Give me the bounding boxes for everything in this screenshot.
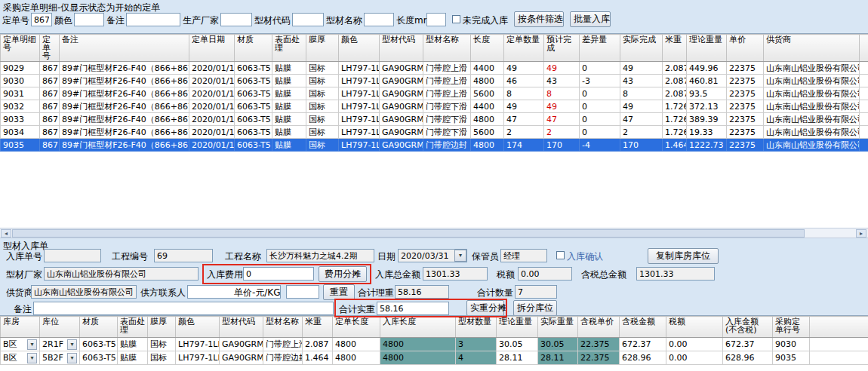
grid-cell[interactable]: GA90GRM03 <box>380 62 423 75</box>
grid-cell[interactable]: 867 <box>40 62 60 75</box>
grid-cell[interactable]: 628.96 <box>723 351 773 365</box>
grid-cell[interactable]: 1.464 <box>663 139 687 152</box>
grid-cell[interactable]: 6063-T5 <box>80 351 118 365</box>
grid-cell[interactable]: GA90GRM04 <box>380 100 423 113</box>
unit-price-input[interactable] <box>286 285 319 299</box>
grid-cell[interactable]: 89#门框型材F26-F40（866+867） <box>60 100 189 113</box>
grid-cell[interactable]: 门带腔上滑 <box>263 338 303 351</box>
remark-input[interactable] <box>33 302 334 315</box>
grid-cell[interactable]: 2.087 <box>303 338 333 351</box>
grid-cell[interactable]: 山东南山铝业股份有限公司 <box>764 87 860 100</box>
grid-cell[interactable]: 国标 <box>306 75 339 87</box>
grid-cell[interactable]: 门带腔上滑 <box>423 62 471 75</box>
grid-cell[interactable]: 9035 <box>773 351 810 365</box>
batch-inbound-button[interactable]: 批量入库 <box>570 11 611 27</box>
tax-input[interactable] <box>518 267 572 281</box>
grid-cell[interactable]: 43 <box>544 75 580 87</box>
total-actual-input[interactable] <box>377 302 449 315</box>
grid-cell[interactable]: 2 <box>504 126 544 139</box>
grid-cell[interactable]: 1.726 <box>663 100 687 113</box>
grid-cell[interactable]: 174 <box>504 139 544 152</box>
grid-cell[interactable]: 9032 <box>1 100 40 113</box>
grid-cell[interactable]: 2.087 <box>663 62 687 75</box>
grid-cell[interactable] <box>860 113 868 126</box>
grid-cell[interactable]: 49 <box>620 100 663 113</box>
grid-row[interactable]: 903086789#门框型材F26-F40（866+867）2020/01/13… <box>1 75 868 87</box>
grid-cell[interactable]: 4800 <box>380 338 456 351</box>
grid-cell[interactable]: 47 <box>504 113 544 126</box>
grid-cell[interactable]: 460.81 <box>687 75 727 87</box>
grid-cell[interactable]: 867 <box>40 126 60 139</box>
grid-cell[interactable]: LH797-1LL0 <box>339 75 380 87</box>
grid-cell[interactable]: 1222.73 <box>687 139 727 152</box>
grid-cell[interactable]: GA90GRM05 <box>220 351 263 365</box>
grid-cell[interactable]: 山东南山铝业股份有限公司 <box>764 113 860 126</box>
grid-cell[interactable]: 贴膜 <box>272 100 306 113</box>
grid-cell[interactable]: 4400 <box>471 62 504 75</box>
grid-cell[interactable]: 山东南山铝业股份有限公司 <box>764 126 860 139</box>
dropdown-arrow-icon[interactable]: ▾ <box>67 339 77 350</box>
grid-cell[interactable]: GA90GRM03 <box>380 75 423 87</box>
grid-row[interactable]: 903486789#门框型材F26-F40（866+867）2020/01/13… <box>1 126 868 139</box>
dropdown-arrow-icon[interactable]: ▾ <box>27 339 37 350</box>
grid-cell[interactable]: 89#门框型材F26-F40（866+867） <box>60 75 189 87</box>
reset-button[interactable]: 重置 <box>323 284 355 300</box>
grid-cell[interactable]: 49 <box>544 100 580 113</box>
grid-cell[interactable]: 门带腔下滑 <box>423 100 471 113</box>
grid-cell[interactable]: 2020/01/13 <box>189 126 235 139</box>
receipt-no-input[interactable] <box>44 249 101 262</box>
grid-cell[interactable]: LH797-1LL0 <box>339 100 380 113</box>
grid-cell[interactable]: ▾5B2F <box>40 351 80 365</box>
filter-length-input[interactable] <box>426 13 446 26</box>
grid-cell[interactable] <box>860 75 868 87</box>
grid-cell[interactable]: 22375 <box>727 126 764 139</box>
project-no-input[interactable] <box>154 249 213 262</box>
total-amount-input[interactable] <box>423 267 488 281</box>
grid-cell[interactable]: 3 <box>456 338 497 351</box>
grid-cell[interactable]: GA90GRM05 <box>380 139 423 152</box>
grid-cell[interactable]: 449.96 <box>687 62 727 75</box>
grid-cell[interactable]: 9030 <box>1 75 40 87</box>
filter-profile-code-input[interactable] <box>292 13 324 26</box>
grid-cell[interactable]: LH797-1LL0 <box>339 139 380 152</box>
grid-cell[interactable]: 门带腔上滑 <box>423 87 471 100</box>
grid-cell[interactable]: 0 <box>580 62 620 75</box>
grid-cell[interactable]: 672.37 <box>723 338 773 351</box>
grid-cell[interactable]: 2020/01/13 <box>189 100 235 113</box>
grid-cell[interactable]: 0.00 <box>666 338 723 351</box>
grid-cell[interactable]: 山东南山铝业股份有限公司 <box>764 75 860 87</box>
grid-cell[interactable] <box>860 62 868 75</box>
grid-cell[interactable]: 22375 <box>727 75 764 87</box>
dropdown-arrow-icon[interactable]: ▾ <box>67 353 77 363</box>
grid-cell[interactable]: 372.13 <box>687 100 727 113</box>
grid-cell[interactable]: GA90GRM04 <box>380 126 423 139</box>
filter-color-input[interactable] <box>74 13 104 26</box>
date-dropdown-icon[interactable]: ▾ <box>454 250 466 262</box>
grid-cell[interactable]: 6063-T5 <box>235 113 272 126</box>
grid-cell[interactable]: 22.375 <box>578 351 620 365</box>
grid-cell[interactable]: 4800 <box>380 351 456 365</box>
grid-cell[interactable]: 9034 <box>1 126 40 139</box>
grid-row[interactable]: ▾B区▾5B2F6063-T5贴膜国标LH797-1LL0GA90GRM05门带… <box>1 351 868 365</box>
unfinished-checkbox[interactable] <box>452 15 460 23</box>
grid-cell[interactable]: 贴膜 <box>272 126 306 139</box>
grid-cell[interactable]: 89#门框型材F26-F40（866+867） <box>60 87 189 100</box>
grid-cell[interactable]: 628.96 <box>620 351 666 365</box>
scroll-right-icon[interactable]: ▸ <box>856 229 866 238</box>
inbound-confirm-checkbox[interactable] <box>556 251 565 259</box>
grid-cell[interactable]: 9031 <box>1 87 40 100</box>
grid-cell[interactable]: 国标 <box>306 87 339 100</box>
grid-cell[interactable]: 8 <box>544 87 580 100</box>
grid-cell[interactable]: 22375 <box>727 100 764 113</box>
grid-cell[interactable]: LH797-1LL0 <box>176 351 220 365</box>
grid-cell[interactable]: 国标 <box>148 351 176 365</box>
grid-cell[interactable]: LH797-1LL0 <box>339 126 380 139</box>
grid-cell[interactable]: 4800 <box>333 338 380 351</box>
grid-cell[interactable]: 山东南山铝业股份有限公司 <box>764 62 860 75</box>
grid-cell[interactable]: 2 <box>544 126 580 139</box>
grid-cell[interactable]: 9033 <box>1 113 40 126</box>
grid-cell[interactable]: 9035 <box>1 139 40 152</box>
grid-cell[interactable]: 4800 <box>471 113 504 126</box>
grid-cell[interactable] <box>860 139 868 152</box>
grid-cell[interactable]: 22375 <box>727 62 764 75</box>
